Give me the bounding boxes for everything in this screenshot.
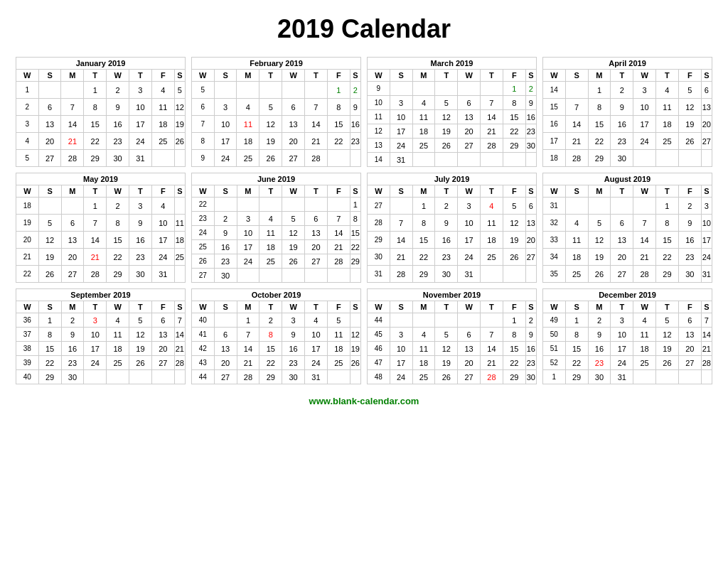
day-header: M xyxy=(588,301,611,313)
day-cell: 25 xyxy=(259,254,282,269)
day-cell: 3 xyxy=(611,313,633,328)
day-cell: 21 xyxy=(565,133,588,150)
month-table: April 2019WSMTWTFS1412345615789101112131… xyxy=(542,57,712,167)
day-header: T xyxy=(305,301,328,313)
footer-link[interactable]: www.blank-calendar.com xyxy=(309,396,419,406)
week-number: 9 xyxy=(368,82,390,96)
day-cell: 6 xyxy=(458,96,481,110)
day-cell: 31 xyxy=(611,370,633,384)
day-cell: 29 xyxy=(503,139,525,153)
day-header: T xyxy=(84,301,107,313)
day-cell: 20 xyxy=(214,356,237,370)
day-cell: 30 xyxy=(129,266,152,283)
day-header: W xyxy=(107,185,129,198)
day-cell: 5 xyxy=(435,328,458,342)
day-header: W xyxy=(543,301,566,313)
day-cell: 5 xyxy=(129,313,152,328)
day-cell: 9 xyxy=(282,328,305,342)
day-cell: 30 xyxy=(611,150,633,167)
week-number: 22 xyxy=(16,266,39,283)
day-cell: 26 xyxy=(174,133,185,150)
day-header: F xyxy=(327,70,350,82)
day-cell: 26 xyxy=(282,254,305,269)
day-cell: 10 xyxy=(458,215,481,232)
day-cell: 3 xyxy=(390,328,412,342)
day-cell: 8 xyxy=(656,215,679,232)
day-cell xyxy=(435,153,458,167)
day-cell xyxy=(305,82,328,99)
day-header: W xyxy=(633,301,656,313)
day-cell xyxy=(151,150,174,167)
week-number: 40 xyxy=(16,370,39,384)
week-number: 17 xyxy=(543,133,566,150)
day-cell: 29 xyxy=(38,370,61,384)
day-cell: 15 xyxy=(412,232,435,249)
day-header: W xyxy=(282,301,305,313)
day-cell: 9 xyxy=(525,96,536,110)
day-cell: 20 xyxy=(61,249,84,266)
day-cell: 2 xyxy=(588,313,611,328)
day-cell: 8 xyxy=(259,328,282,342)
day-cell: 22 xyxy=(588,133,611,150)
day-cell xyxy=(611,198,633,215)
day-cell xyxy=(481,82,503,96)
day-cell: 20 xyxy=(458,124,481,139)
week-number: 3 xyxy=(16,116,39,133)
day-cell: 28 xyxy=(237,370,259,384)
day-cell xyxy=(390,313,412,328)
day-cell: 31 xyxy=(151,266,174,283)
day-cell: 2 xyxy=(678,198,701,215)
week-number: 18 xyxy=(543,150,566,167)
month-header: May 2019 xyxy=(16,173,186,185)
day-header: S xyxy=(701,301,712,313)
day-cell: 12 xyxy=(129,328,152,342)
day-cell xyxy=(633,370,656,384)
week-number: 26 xyxy=(192,254,215,269)
month-table: May 2019WSMTWTFS181234195678910112012131… xyxy=(16,173,186,283)
day-cell xyxy=(129,370,152,384)
week-number: 51 xyxy=(543,342,566,356)
week-number: 11 xyxy=(368,110,390,124)
day-cell: 23 xyxy=(61,356,84,370)
day-cell: 2 xyxy=(611,82,633,99)
day-cell: 12 xyxy=(350,328,360,342)
day-cell: 14 xyxy=(237,342,259,356)
day-cell: 15 xyxy=(503,110,525,124)
day-cell: 18 xyxy=(656,116,679,133)
day-cell: 1 xyxy=(38,313,61,328)
day-cell: 13 xyxy=(458,342,481,356)
day-cell: 4 xyxy=(412,96,435,110)
day-cell: 16 xyxy=(129,232,152,249)
day-cell: 4 xyxy=(481,198,503,215)
week-number: 20 xyxy=(16,232,39,249)
week-number: 23 xyxy=(192,212,215,226)
day-cell: 6 xyxy=(525,198,536,215)
day-cell: 17 xyxy=(611,342,633,356)
day-cell: 29 xyxy=(412,266,435,283)
day-cell: 28 xyxy=(633,266,656,283)
day-header: M xyxy=(61,301,84,313)
day-header: S xyxy=(214,185,237,198)
day-header: W xyxy=(543,70,566,82)
day-cell: 23 xyxy=(350,133,360,150)
day-cell xyxy=(237,198,259,212)
day-cell: 18 xyxy=(174,232,185,249)
day-cell: 9 xyxy=(525,328,536,342)
week-number: 46 xyxy=(368,342,390,356)
day-cell: 28 xyxy=(61,150,84,167)
week-number: 13 xyxy=(368,139,390,153)
day-cell: 3 xyxy=(390,96,412,110)
day-header: T xyxy=(481,70,503,82)
day-cell: 27 xyxy=(678,356,701,370)
day-cell: 5 xyxy=(503,198,525,215)
day-cell: 29 xyxy=(565,370,588,384)
day-cell: 20 xyxy=(701,116,712,133)
day-header: T xyxy=(129,185,152,198)
day-cell: 10 xyxy=(701,215,712,232)
week-number: 47 xyxy=(368,356,390,370)
day-header: T xyxy=(129,70,152,82)
month-table: December 2019WSMTWTFS4912345675089101112… xyxy=(542,288,712,384)
week-number: 22 xyxy=(192,198,215,212)
day-cell: 31 xyxy=(458,266,481,283)
day-cell: 17 xyxy=(390,356,412,370)
